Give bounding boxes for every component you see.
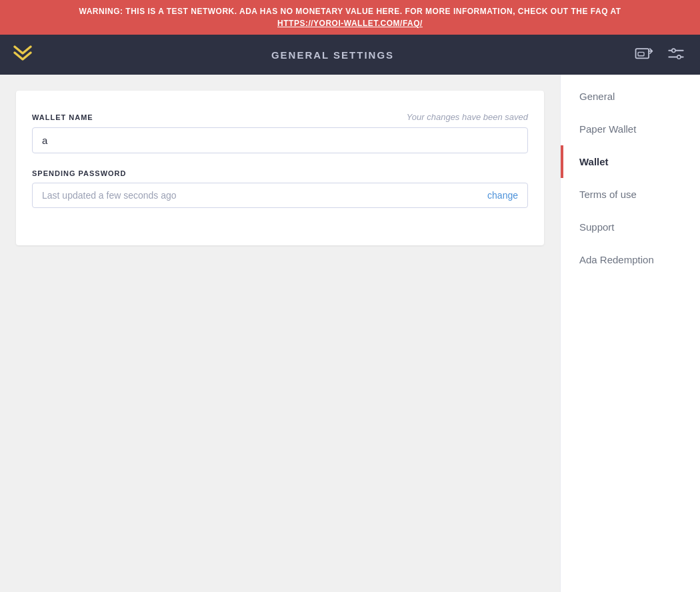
sidebar-item-paper-wallet[interactable]: Paper Wallet: [561, 113, 700, 145]
saved-message: Your changes have been saved: [407, 112, 528, 122]
logo-icon: [11, 41, 35, 69]
sidebar-item-wallet[interactable]: Wallet: [561, 145, 700, 178]
wallet-name-header: WALLET NAME Your changes have been saved: [32, 112, 528, 122]
warning-banner: WARNING: THIS IS A TEST NETWORK. ADA HAS…: [0, 0, 700, 35]
sidebar-label-terms-of-use: Terms of use: [579, 189, 637, 200]
logo: [11, 41, 35, 69]
svg-point-3: [672, 49, 675, 52]
header-actions: [631, 41, 689, 68]
sidebar-item-general[interactable]: General: [561, 80, 700, 113]
sidebar-label-wallet: Wallet: [579, 156, 609, 167]
svg-point-5: [677, 55, 681, 59]
spending-password-label: SPENDING PASSWORD: [32, 169, 126, 177]
main-layout: WALLET NAME Your changes have been saved…: [0, 75, 700, 592]
page-title: GENERAL SETTINGS: [35, 49, 631, 61]
last-updated-text: Last updated a few seconds ago: [42, 190, 177, 201]
wallet-name-label: WALLET NAME: [32, 113, 93, 121]
header: GENERAL SETTINGS: [0, 35, 700, 75]
transfer-icon-button[interactable]: [631, 41, 657, 68]
warning-text: WARNING: THIS IS A TEST NETWORK. ADA HAS…: [79, 7, 621, 16]
wallet-name-group: WALLET NAME Your changes have been saved: [32, 112, 528, 153]
sidebar-item-support[interactable]: Support: [561, 211, 700, 243]
sidebar-label-support: Support: [579, 221, 615, 233]
spending-password-group: SPENDING PASSWORD Last updated a few sec…: [32, 169, 528, 208]
settings-icon-button[interactable]: [663, 41, 689, 68]
sidebar-label-ada-redemption: Ada Redemption: [579, 254, 654, 265]
main-content: WALLET NAME Your changes have been saved…: [0, 75, 560, 592]
change-password-button[interactable]: change: [487, 190, 518, 201]
warning-link[interactable]: HTTPS://YOROI-WALLET.COM/FAQ/: [277, 19, 423, 28]
spending-password-field: Last updated a few seconds ago change: [32, 183, 528, 208]
sidebar: General Paper Wallet Wallet Terms of use…: [560, 75, 700, 592]
sidebar-label-paper-wallet: Paper Wallet: [579, 123, 636, 135]
sidebar-item-terms-of-use[interactable]: Terms of use: [561, 178, 700, 211]
sidebar-item-ada-redemption[interactable]: Ada Redemption: [561, 243, 700, 276]
settings-card: WALLET NAME Your changes have been saved…: [16, 91, 544, 245]
svg-rect-1: [638, 52, 644, 55]
spending-password-header: SPENDING PASSWORD: [32, 169, 528, 177]
wallet-name-input[interactable]: [32, 127, 528, 153]
sidebar-label-general: General: [579, 91, 615, 102]
